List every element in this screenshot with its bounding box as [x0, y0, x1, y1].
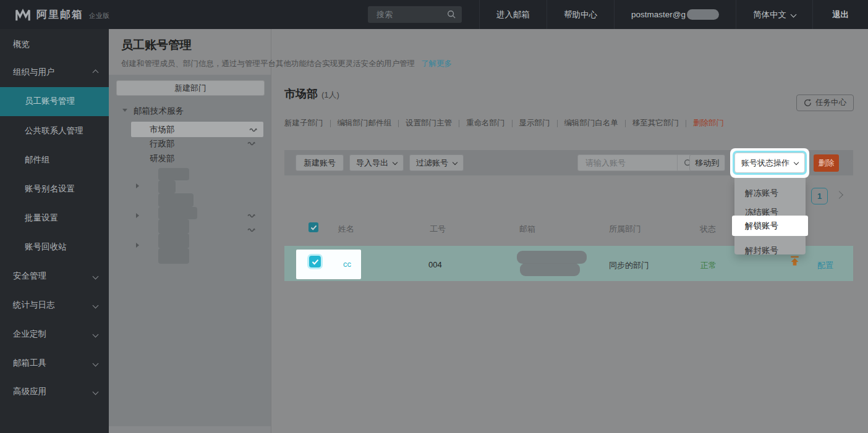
triangle-down-icon[interactable] [122, 109, 127, 112]
row-checkbox[interactable] [309, 256, 321, 267]
action-new-subdept[interactable]: 新建子部门 [284, 118, 323, 128]
sidebar-item-advanced-apps[interactable]: 高级应用 [0, 384, 109, 399]
brand-name: 阿里邮箱 [36, 7, 83, 22]
department-tree-panel: 新建部门 邮箱技术服务 市场部 行政部 研发部 [109, 75, 271, 433]
language-menu[interactable]: 简体中文 [736, 0, 812, 29]
triangle-right-icon[interactable] [136, 213, 139, 218]
redacted-department[interactable] [158, 207, 197, 219]
account-search-input[interactable] [578, 155, 677, 170]
chevron-down-icon [794, 159, 799, 164]
triangle-right-icon[interactable] [136, 183, 139, 188]
redacted-department[interactable] [158, 248, 189, 264]
new-account-button[interactable]: 新建账号 [296, 154, 344, 171]
sidebar-item-batch-settings[interactable]: 批量设置 [0, 211, 109, 225]
col-header-email: 邮箱 [519, 224, 535, 235]
tree-item-marketing-selected[interactable]: 市场部 [131, 122, 263, 137]
dept-actions-icon[interactable] [247, 141, 255, 146]
alimail-logo-icon [15, 7, 31, 22]
sidebar-item-employee-accounts[interactable]: 员工账号管理 [0, 94, 109, 109]
brand: 阿里邮箱 企业版 [0, 0, 109, 29]
sidebar-item-security[interactable]: 安全管理 [0, 269, 109, 284]
sidebar-item-org-users[interactable]: 组织与用户 [0, 65, 109, 80]
search-icon[interactable] [447, 10, 456, 19]
row-employee-id: 004 [428, 260, 442, 269]
learn-more-link[interactable]: 了解更多 [421, 59, 452, 68]
row-name-link[interactable]: cc [343, 259, 351, 269]
action-edit-dept-mailgroup[interactable]: 编辑部门邮件组 [338, 118, 392, 128]
select-all-checkbox[interactable] [308, 222, 318, 232]
check-icon [312, 259, 319, 265]
action-edit-dept-whitelist[interactable]: 编辑部门白名单 [564, 118, 619, 128]
new-department-button[interactable]: 新建部门 [116, 80, 265, 96]
chevron-down-icon [93, 361, 99, 367]
tour-spotlight-status-button: 账号状态操作 [730, 148, 809, 178]
row-status-badge: 正常 [700, 260, 717, 271]
account-status-ops-button[interactable]: 账号状态操作 [734, 153, 805, 173]
tour-spotlight-unlock-item[interactable]: 解锁账号 [732, 216, 808, 236]
dept-actions-icon[interactable] [249, 127, 257, 133]
chevron-down-icon [393, 159, 398, 164]
redacted-department[interactable] [158, 219, 189, 233]
topbar: 阿里邮箱 企业版 进入邮箱 帮助中心 postmaster@g 简体中文 退出 [0, 0, 868, 29]
tree-item-admin[interactable]: 行政部 [150, 138, 175, 149]
pagination-page-1[interactable]: 1 [811, 188, 828, 204]
tour-spotlight-row-selection: cc [296, 250, 361, 279]
sidebar-item-mail-tools[interactable]: 邮箱工具 [0, 356, 109, 371]
action-show-dept[interactable]: 显示部门 [519, 118, 550, 128]
sidebar-item-overview[interactable]: 概览 [0, 37, 109, 52]
panel-divider [271, 29, 271, 433]
help-center-link[interactable]: 帮助中心 [547, 0, 614, 29]
page-title: 员工账号管理 [121, 37, 192, 53]
sidebar-item-public-contacts[interactable]: 公共联系人管理 [0, 124, 109, 138]
col-header-department: 所属部门 [609, 224, 641, 235]
filter-accounts-button[interactable]: 过滤账号 [409, 154, 464, 171]
content-area: 员工账号管理 创建和管理成员、部门信息，通过与管理平台其他功能结合实现更灵活安全… [109, 29, 868, 433]
chevron-down-icon [93, 274, 99, 280]
sidebar-item-stats-logs[interactable]: 统计与日志 [0, 298, 109, 313]
dept-actions-icon[interactable] [247, 213, 255, 219]
member-count: (1人) [321, 90, 339, 99]
dept-actions-icon[interactable] [247, 227, 255, 233]
row-email-redacted [520, 263, 580, 276]
account-redacted [687, 9, 719, 20]
import-export-button[interactable]: 导入导出 [349, 154, 404, 171]
sidebar: 概览 组织与用户 员工账号管理 公共联系人管理 邮件组 账号别名设置 批量设置 … [0, 29, 109, 433]
redacted-department[interactable] [158, 168, 189, 180]
logout-button[interactable]: 退出 [812, 0, 868, 29]
pagination-next-icon[interactable] [835, 191, 843, 199]
col-header-employee-id: 工号 [430, 224, 446, 235]
account-menu[interactable]: postmaster@g [614, 0, 736, 29]
tree-item-rnd[interactable]: 研发部 [150, 153, 175, 164]
app-window: 阿里邮箱 企业版 进入邮箱 帮助中心 postmaster@g 简体中文 退出 [0, 0, 868, 433]
action-delete-dept[interactable]: 删除部门 [693, 118, 724, 128]
chevron-down-icon [93, 332, 99, 338]
tree-root-department[interactable]: 邮箱技术服务 [134, 106, 184, 117]
menu-item-unfreeze[interactable]: 解冻账号 [734, 183, 806, 203]
col-header-status: 状态 [700, 224, 716, 235]
triangle-right-icon[interactable] [136, 243, 139, 248]
chevron-up-icon [93, 70, 99, 76]
chevron-down-icon [93, 389, 99, 395]
enter-mailbox-link[interactable]: 进入邮箱 [479, 0, 547, 29]
redacted-department[interactable] [158, 193, 194, 207]
sidebar-item-mail-groups[interactable]: 邮件组 [0, 153, 109, 167]
brand-edition: 企业版 [89, 11, 109, 20]
move-to-button[interactable]: 移动到 [689, 154, 725, 171]
action-set-dept-manager[interactable]: 设置部门主管 [406, 118, 452, 128]
row-configure-link[interactable]: 配置 [817, 260, 833, 271]
sidebar-item-account-alias[interactable]: 账号别名设置 [0, 182, 109, 196]
refresh-icon [804, 99, 812, 107]
redacted-department[interactable] [158, 233, 189, 248]
topbar-right: 进入邮箱 帮助中心 postmaster@g 简体中文 退出 [368, 0, 868, 29]
sidebar-item-account-recycle[interactable]: 账号回收站 [0, 240, 109, 254]
tree-scrollbar-track[interactable] [109, 426, 271, 433]
sidebar-item-enterprise-custom[interactable]: 企业定制 [0, 327, 109, 342]
menu-item-unban[interactable]: 解封账号 [734, 241, 806, 260]
delete-button[interactable]: 删除 [814, 154, 839, 172]
task-center-button[interactable]: 任务中心 [796, 95, 854, 111]
chevron-down-icon [453, 159, 457, 164]
action-rename-dept[interactable]: 重命名部门 [466, 118, 505, 128]
redacted-department[interactable] [158, 180, 176, 193]
chevron-down-icon [791, 12, 797, 18]
action-move-to-other-dept[interactable]: 移至其它部门 [632, 118, 679, 128]
